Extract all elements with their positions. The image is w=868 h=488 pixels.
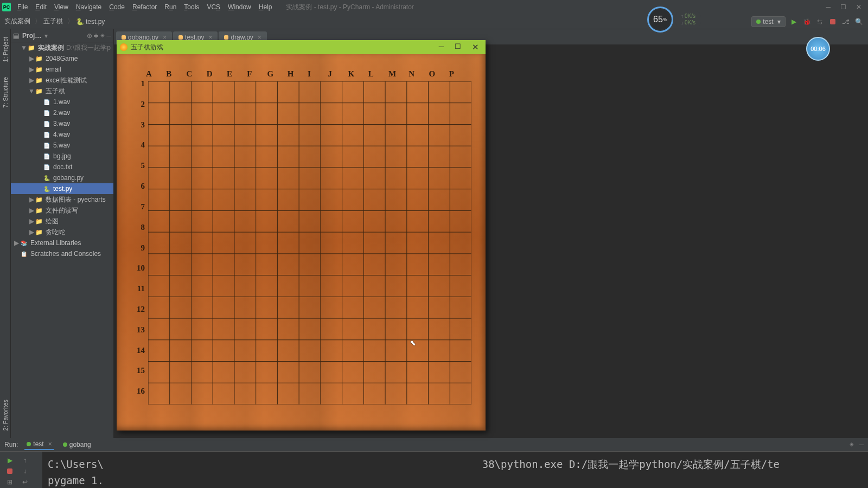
run-label: Run: (4, 441, 18, 448)
stop-button[interactable] (828, 17, 838, 27)
tab-structure[interactable]: 7: Structure (2, 75, 9, 110)
git-button[interactable]: ⎇ (841, 17, 851, 27)
game-maximize-button[interactable]: ☐ (455, 42, 461, 52)
run-settings-icon[interactable]: ✴ (849, 441, 854, 448)
run-tab-test[interactable]: test× (24, 439, 54, 450)
menu-vcs[interactable]: VCS (203, 2, 224, 12)
tree-item-2048Game[interactable]: ▶2048Game (11, 53, 113, 64)
tab-favorites[interactable]: 2: Favorites (2, 397, 9, 433)
menu-window[interactable]: Window (225, 2, 254, 12)
menu-edit[interactable]: Edit (32, 2, 50, 12)
tree-item-test.py[interactable]: test.py (11, 183, 113, 194)
minimize-button[interactable]: ─ (826, 3, 831, 11)
tree-item-gobang.py[interactable]: gobang.py (11, 172, 113, 183)
tree-item-5.wav[interactable]: 5.wav (11, 140, 113, 151)
network-gauge: 65% 0K/s 0K/s (647, 7, 701, 33)
run-button[interactable]: ▶ (789, 17, 799, 27)
expand-all-icon[interactable]: ≑ (93, 32, 99, 40)
project-panel-title: Proj… (22, 32, 41, 40)
up-icon[interactable]: ↑ (21, 456, 29, 465)
project-panel-toggle[interactable]: ▤ (13, 32, 19, 40)
left-tool-gutter: 1: Project 7: Structure 2: Favorites (0, 29, 11, 438)
search-everywhere-button[interactable]: 🔍 (854, 17, 864, 27)
tree-item-绘图[interactable]: ▶绘图 (11, 216, 113, 227)
tree-item-2.wav[interactable]: 2.wav (11, 107, 113, 118)
tree-item-email[interactable]: ▶email (11, 64, 113, 75)
tree-item-文件的读写[interactable]: ▶文件的读写 (11, 205, 113, 216)
run-config-select[interactable]: test ▾ (751, 16, 786, 27)
tree-item-excel性能测试[interactable]: ▶excel性能测试 (11, 75, 113, 86)
board-col-labels: ABCDEFGHIJKLMNOP (148, 69, 471, 79)
tree-item-数据图表 - pyecharts[interactable]: ▶数据图表 - pyecharts (11, 194, 113, 205)
settings-icon[interactable]: ✴ (100, 32, 105, 40)
tree-item-4.wav[interactable]: 4.wav (11, 129, 113, 140)
menu-navigate[interactable]: Navigate (73, 2, 105, 12)
board-row-labels: 12345678910111213141516 (134, 79, 145, 407)
maximize-button[interactable]: ☐ (840, 3, 846, 11)
menu-help[interactable]: Help (256, 2, 276, 12)
run-panel: ▶↑ ↓ ⊞↩ ≡🖶 .🗑 C:\Users\ 38\python.exe D:… (0, 451, 868, 488)
tree-item-bg.jpg[interactable]: bg.jpg (11, 151, 113, 162)
game-title: 五子棋游戏 (131, 43, 163, 52)
menu-refactor[interactable]: Refactor (129, 2, 160, 12)
run-hide-icon[interactable]: ─ (859, 441, 864, 448)
menu-file[interactable]: FFileile (14, 2, 31, 12)
tree-item-doc.txt[interactable]: doc.txt (11, 162, 113, 172)
tree-item-贪吃蛇[interactable]: ▶贪吃蛇 (11, 227, 113, 237)
game-minimize-button[interactable]: ─ (439, 42, 444, 52)
rerun-icon[interactable]: ▶ (5, 456, 14, 465)
hide-panel-icon[interactable]: ─ (106, 32, 111, 40)
recording-timer: 00:06 (806, 37, 830, 61)
wrap-icon[interactable]: ↩ (21, 478, 29, 486)
layout-icon[interactable]: ⊞ (5, 478, 14, 486)
game-window[interactable]: 五子棋游戏 ─ ☐ ✕ ABCDEFGHIJKLMNOP 12345678910… (117, 40, 486, 431)
run-toolbar: ▶↑ ↓ ⊞↩ ≡🖶 .🗑 (0, 452, 42, 488)
game-board[interactable]: ABCDEFGHIJKLMNOP 12345678910111213141516 (117, 54, 486, 431)
tree-item-1.wav[interactable]: 1.wav (11, 97, 113, 107)
window-controls: ─ ☐ ✕ (826, 3, 861, 11)
project-panel: ▤ Proj… ▾ ⊕ ≑ ✴ ─ ▼实战案例D:\跟我一起学p ▶2048Ga… (11, 29, 114, 438)
crumb-0[interactable]: 实战案例 (4, 17, 30, 26)
run-tab-gobang[interactable]: gobang (61, 440, 93, 450)
main-menu: FFileile Edit View Navigate Code Refacto… (14, 2, 275, 12)
crumb-1[interactable]: 五子棋 (43, 17, 63, 26)
ide-titlebar: PC FFileile Edit View Navigate Code Refa… (0, 0, 868, 14)
cpu-gauge: 65% (647, 7, 673, 33)
run-panel-header: Run: test× gobang ✴ ─ (0, 438, 868, 451)
crumb-2[interactable]: 🐍test.py (76, 18, 105, 25)
net-stats: 0K/s 0K/s (675, 11, 701, 28)
attach-button[interactable]: ⇆ (815, 17, 825, 27)
project-tree[interactable]: ▼实战案例D:\跟我一起学p ▶2048Game▶email▶excel性能测试… (11, 42, 113, 438)
game-app-icon (120, 43, 127, 51)
game-close-button[interactable]: ✕ (472, 42, 479, 52)
menu-code[interactable]: Code (106, 2, 128, 12)
tab-project[interactable]: 1: Project (2, 35, 9, 64)
down-icon[interactable]: ↓ (21, 467, 29, 476)
menu-tools[interactable]: Tools (181, 2, 202, 12)
breadcrumb-bar: 实战案例 〉 五子棋 〉 🐍test.py test ▾ ▶ 🐞 ⇆ ⎇ 🔍 (0, 14, 868, 29)
tree-item-3.wav[interactable]: 3.wav (11, 118, 113, 129)
menu-view[interactable]: View (51, 2, 72, 12)
debug-button[interactable]: 🐞 (802, 17, 812, 27)
window-title: 实战案例 - test.py - PyCharm - Administrator (286, 3, 826, 12)
console-output[interactable]: C:\Users\ 38\python.exe D:/跟我一起学python/实… (42, 452, 868, 488)
pycharm-logo-icon: PC (2, 3, 11, 11)
close-button[interactable]: ✕ (856, 3, 861, 11)
tree-item-五子棋[interactable]: ▼五子棋 (11, 86, 113, 97)
game-titlebar[interactable]: 五子棋游戏 ─ ☐ ✕ (117, 40, 486, 54)
stop-run-icon[interactable] (5, 467, 14, 476)
board-grid (148, 81, 471, 404)
select-opened-file-icon[interactable]: ⊕ (87, 32, 92, 40)
menu-run[interactable]: Run (161, 2, 180, 12)
